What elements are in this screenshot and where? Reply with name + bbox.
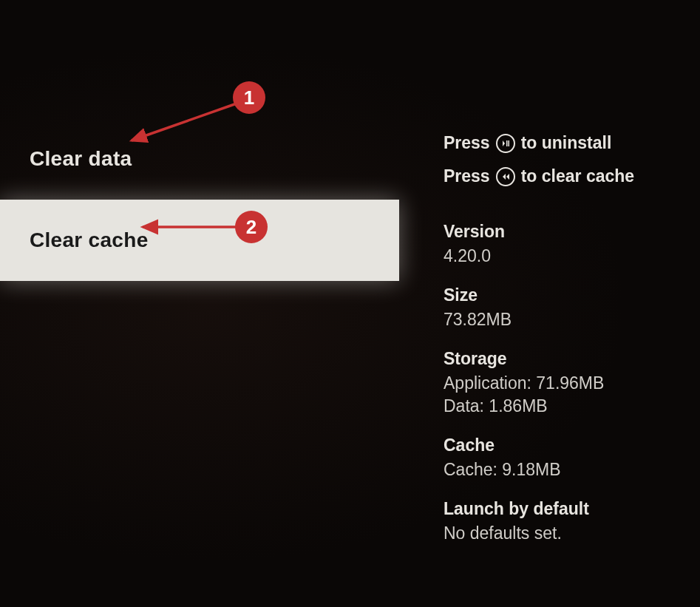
storage-data-value: Data: 1.86MB — [444, 396, 687, 416]
hint-uninstall: Press to uninstall — [444, 133, 687, 153]
annotation-arrow-2 — [137, 220, 248, 234]
size-value: 73.82MB — [444, 310, 687, 330]
storage-label: Storage — [444, 349, 687, 369]
version-label: Version — [444, 222, 687, 242]
cache-label: Cache — [444, 435, 687, 455]
version-value: 4.20.0 — [444, 246, 687, 266]
size-label: Size — [444, 285, 687, 305]
menu-item-label: Clear data — [30, 147, 132, 171]
storage-application-value: Application: 71.96MB — [444, 373, 687, 393]
svg-line-0 — [132, 104, 237, 140]
rewind-icon — [496, 167, 515, 186]
launch-by-default-label: Launch by default — [444, 499, 687, 519]
annotation-badge-1: 1 — [233, 81, 265, 114]
annotation-badge-2: 2 — [235, 211, 268, 243]
hint-clear-cache: Press to clear cache — [444, 166, 687, 186]
menu-item-label: Clear cache — [30, 228, 149, 252]
annotation-arrow-1 — [126, 104, 244, 148]
play-pause-icon — [496, 134, 515, 153]
clear-cache-button[interactable]: Clear cache — [0, 200, 399, 281]
launch-by-default-value: No defaults set. — [444, 523, 687, 543]
app-info-panel: Press to uninstall Press to clear cache … — [444, 133, 687, 563]
cache-value: Cache: 9.18MB — [444, 460, 687, 480]
